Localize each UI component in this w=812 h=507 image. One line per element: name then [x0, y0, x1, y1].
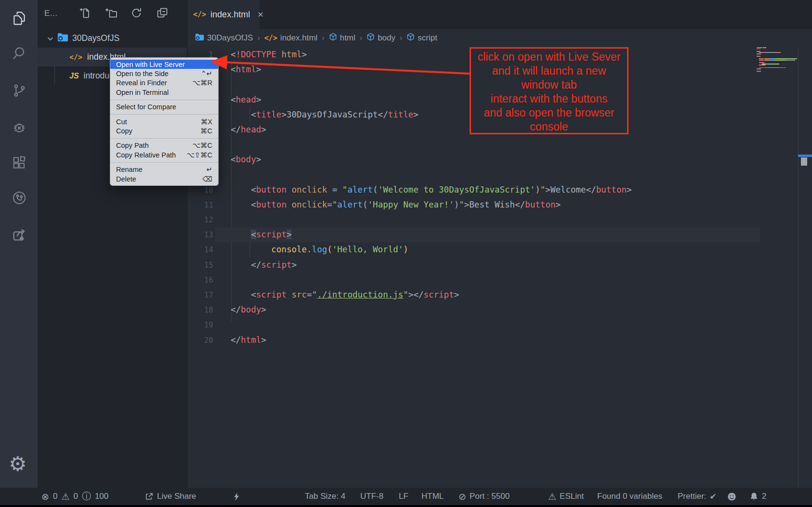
search-icon[interactable] — [12, 46, 27, 61]
code-line-7[interactable]: 7 — [187, 137, 812, 152]
menu-item-shortcut: ↵ — [207, 166, 212, 173]
code-line-19[interactable]: 19 — [187, 317, 812, 332]
menu-separator — [110, 162, 218, 163]
menu-item-shortcut: ⌥⌘R — [192, 79, 212, 87]
bell-icon — [749, 492, 759, 501]
breadcrumb-item[interactable]: </> index.html — [264, 33, 318, 43]
code-line-17[interactable]: 17 <script src="./introduction.js"></scr… — [187, 287, 812, 302]
code-text: <button onclick = "alert('Welcome to 30D… — [213, 182, 632, 197]
notification-count: 2 — [762, 492, 766, 501]
problems-status[interactable]: ⊗ 0 ⚠ 0 ⓘ 100 — [41, 488, 108, 505]
code-line-16[interactable]: 16 — [187, 273, 812, 287]
breadcrumb-label: script — [418, 33, 437, 43]
minimap-line — [757, 47, 797, 48]
source-control-icon[interactable] — [12, 83, 27, 98]
tab-index-html[interactable]: </> index.html ✕ — [187, 0, 260, 29]
code-text: <script src="./introduction.js"></script… — [213, 287, 459, 302]
minimap[interactable] — [757, 47, 797, 72]
code-line-9[interactable]: 9 — [187, 168, 812, 182]
variables-status[interactable]: Found 0 variables — [597, 488, 662, 505]
code-line-8[interactable]: 8<body> — [187, 152, 812, 167]
minimap-line — [757, 57, 797, 58]
code-text: <!DOCTYPE html> — [213, 47, 307, 62]
minimap-line — [757, 67, 797, 68]
extensions-icon[interactable] — [12, 155, 27, 170]
menu-item-copy[interactable]: Copy⌘C — [110, 126, 218, 135]
line-number: 18 — [187, 302, 213, 317]
prettier-status[interactable]: Prettier: ✔ — [678, 488, 717, 505]
info-count: 100 — [95, 492, 108, 501]
breadcrumb-item[interactable]: body — [367, 33, 395, 43]
cube-icon — [406, 33, 415, 43]
minimap-line — [757, 52, 797, 53]
live-share-label: Live Share — [157, 492, 196, 501]
notifications-bell[interactable]: 2 — [749, 488, 766, 505]
check-icon: ✔ — [710, 492, 717, 502]
line-number: 14 — [187, 242, 213, 257]
minimap-line — [757, 66, 797, 67]
eslint-status[interactable]: ⚠ ESLint — [548, 488, 584, 505]
tree-folder-30daysofjs[interactable]: 30DaysOfJS — [38, 29, 187, 48]
warning-icon: ⚠ — [61, 491, 69, 502]
scrollbar-thumb[interactable] — [801, 157, 807, 166]
bolt-status[interactable] — [232, 488, 241, 505]
code-line-10[interactable]: 10 <button onclick = "alert('Welcome to … — [187, 182, 812, 197]
breadcrumb-item[interactable]: 30DaysOfJS — [195, 33, 253, 43]
circle-slash-icon: ⊘ — [458, 491, 466, 502]
menu-item-copy-relative-path[interactable]: Copy Relative Path⌥⇧⌘C — [110, 150, 218, 159]
line-number: 12 — [187, 212, 213, 227]
tree-folder-label: 30DaysOfJS — [72, 33, 119, 43]
overview-ruler-cursor-marker — [798, 155, 812, 157]
cube-icon — [367, 33, 375, 43]
new-folder-icon[interactable] — [105, 7, 118, 19]
live-server-port-status[interactable]: ⊘ Port : 5500 — [458, 488, 510, 505]
menu-item-select-for-compare[interactable]: Select for Compare — [110, 103, 218, 112]
breadcrumb-item[interactable]: html — [329, 33, 355, 43]
menu-item-open-with-live-server[interactable]: Open with Live Server — [110, 60, 218, 69]
explorer-icon[interactable] — [12, 11, 27, 26]
code-line-11[interactable]: 11 <button onclick="alert('Happy New Yea… — [187, 197, 812, 212]
minimap-line — [757, 61, 797, 62]
refresh-icon[interactable] — [131, 7, 143, 19]
publish-icon[interactable] — [12, 227, 27, 242]
code-line-18[interactable]: 18</body> — [187, 302, 812, 317]
language-status[interactable]: HTML — [421, 488, 444, 505]
live-share-status[interactable]: Live Share — [144, 488, 196, 505]
menu-item-reveal-in-finder[interactable]: Reveal in Finder⌥⌘R — [110, 78, 218, 88]
menu-item-open-in-terminal[interactable]: Open in Terminal — [110, 88, 218, 97]
minimap-line — [757, 53, 797, 54]
encoding-status[interactable]: UTF-8 — [360, 488, 383, 505]
feedback-smiley[interactable] — [727, 488, 736, 505]
breadcrumb-label: 30DaysOfJS — [207, 33, 253, 43]
minimap-line — [757, 55, 797, 56]
menu-item-shortcut: ⌫ — [202, 175, 212, 183]
menu-item-copy-path[interactable]: Copy Path⌥⌘C — [110, 141, 218, 150]
eol-label: LF — [399, 492, 408, 501]
cube-icon — [329, 33, 337, 43]
run-debug-icon[interactable] — [12, 119, 27, 135]
code-line-12[interactable]: 12 — [187, 212, 812, 227]
code-line-15[interactable]: 15 </script> — [187, 258, 812, 273]
breadcrumb-item[interactable]: script — [406, 33, 437, 43]
menu-item-cut[interactable]: Cut⌘X — [110, 117, 218, 126]
new-file-icon[interactable] — [79, 7, 92, 19]
remote-explorer-icon[interactable] — [12, 190, 27, 206]
code-line-13[interactable]: 13 <script> — [187, 227, 812, 242]
code-line-20[interactable]: 20</html> — [187, 333, 812, 348]
menu-item-delete[interactable]: Delete⌫ — [110, 174, 218, 183]
menu-item-shortcut: ⌃↵ — [201, 70, 212, 78]
tab-size-status[interactable]: Tab Size: 4 — [305, 488, 345, 505]
menu-item-rename[interactable]: Rename↵ — [110, 165, 218, 174]
menu-item-label: Open in Terminal — [116, 89, 169, 96]
close-icon[interactable]: ✕ — [257, 10, 263, 19]
code-line-14[interactable]: 14 console.log('Hello, World') — [187, 242, 812, 257]
menu-item-label: Delete — [116, 175, 136, 183]
menu-item-open-to-the-side[interactable]: Open to the Side⌃↵ — [110, 69, 218, 78]
settings-gear-icon[interactable]: ⚙ — [9, 453, 27, 476]
eol-status[interactable]: LF — [399, 488, 408, 505]
code-text: <head> — [213, 92, 261, 107]
html-file-icon: </> — [69, 53, 82, 62]
annotation-line: interact with the buttons — [471, 92, 627, 106]
minimap-line — [757, 49, 797, 50]
collapse-all-icon[interactable] — [156, 7, 169, 19]
